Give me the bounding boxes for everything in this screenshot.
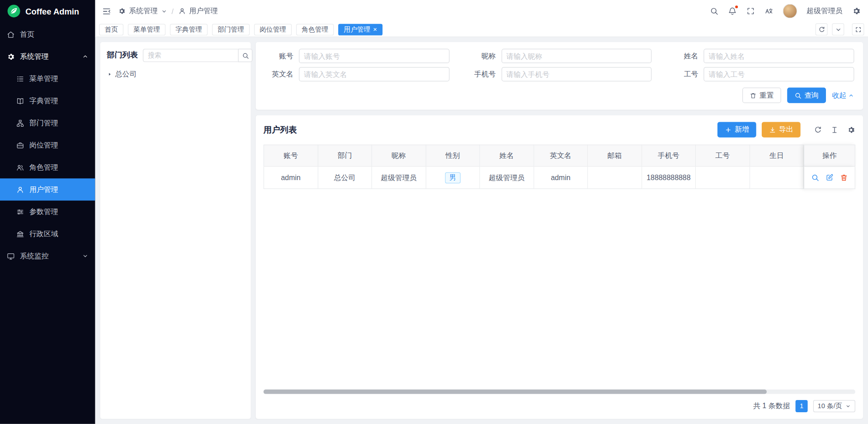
- name-input[interactable]: [704, 49, 854, 63]
- gear-icon[interactable]: [852, 7, 861, 16]
- filter-actions: 重置 查询 收起: [262, 87, 854, 103]
- edit-icon[interactable]: [826, 173, 834, 181]
- app-title: Coffee Admin: [25, 6, 79, 16]
- english-name-input[interactable]: [299, 67, 449, 81]
- department-search-group: [143, 49, 252, 62]
- sidebar-collapse-icon[interactable]: [102, 6, 111, 16]
- sidebar-item-dept-management[interactable]: 部门管理: [0, 112, 95, 134]
- search-icon[interactable]: [238, 49, 253, 62]
- person-icon: [178, 7, 186, 15]
- query-button[interactable]: 查询: [787, 87, 826, 103]
- caret-right-icon[interactable]: [107, 71, 112, 77]
- user-name[interactable]: 超级管理员: [807, 6, 843, 16]
- gender-tag: 男: [445, 172, 460, 183]
- column-header: 生日: [750, 145, 804, 167]
- column-header: 性别: [426, 145, 480, 167]
- page-size-select[interactable]: 10 条/页: [813, 400, 855, 412]
- tab-role-management[interactable]: 角色管理: [296, 24, 334, 35]
- expand-content-icon[interactable]: [852, 23, 864, 35]
- view-icon[interactable]: [811, 173, 819, 181]
- column-header: 账号: [264, 145, 318, 167]
- cell-account: admin: [264, 167, 318, 189]
- phone-input[interactable]: [501, 67, 652, 81]
- sidebar-item-position-management[interactable]: 岗位管理: [0, 134, 95, 156]
- refresh-icon[interactable]: [814, 125, 822, 133]
- bell-icon[interactable]: [728, 7, 737, 16]
- filter-field-account: 账号: [262, 49, 449, 63]
- column-header: 英文名: [534, 145, 588, 167]
- breadcrumb-separator: /: [170, 7, 175, 15]
- department-panel: 部门列表 总公司: [100, 42, 251, 419]
- sidebar-item-system-monitor[interactable]: 系统监控: [0, 245, 95, 267]
- breadcrumb-item-system[interactable]: 系统管理: [129, 6, 158, 16]
- sidebar-item-menu-management[interactable]: 菜单管理: [0, 67, 95, 90]
- filter-field-phone: 手机号: [465, 67, 651, 81]
- gear-icon: [7, 52, 15, 61]
- reset-button[interactable]: 重置: [742, 87, 781, 103]
- filter-field-english-name: 英文名: [262, 67, 449, 81]
- column-header: 邮箱: [588, 145, 642, 167]
- scrollbar-thumb[interactable]: [264, 390, 767, 394]
- user-table: 账号 部门 昵称 性别 姓名 英文名 邮箱 手机号 工号 生日 操作: [264, 145, 855, 413]
- briefcase-icon: [16, 141, 24, 149]
- tab-bar: 首页 菜单管理 字典管理 部门管理 岗位管理 角色管理 用户管理 ×: [95, 22, 868, 37]
- sliders-icon: [16, 208, 24, 216]
- tab-user-management[interactable]: 用户管理 ×: [338, 24, 382, 35]
- filter-field-nickname: 昵称: [465, 49, 651, 63]
- sidebar-item-label: 首页: [20, 29, 34, 39]
- search-icon[interactable]: [710, 7, 719, 16]
- export-button-label: 导出: [779, 125, 793, 135]
- work-no-input[interactable]: [704, 67, 854, 81]
- close-icon[interactable]: ×: [373, 26, 377, 33]
- pagination: 共 1 条数据 1 10 条/页: [264, 400, 855, 412]
- book-icon: [16, 97, 24, 105]
- chevron-down-icon[interactable]: [832, 23, 844, 35]
- sidebar-item-role-management[interactable]: 角色管理: [0, 156, 95, 178]
- sidebar-item-dict-management[interactable]: 字典管理: [0, 90, 95, 112]
- user-list-title: 用户列表: [264, 124, 297, 135]
- sidebar-item-param-management[interactable]: 参数管理: [0, 200, 95, 223]
- account-input[interactable]: [299, 49, 449, 63]
- filter-panel: 账号 昵称 姓名 英文名: [256, 42, 863, 110]
- app-logo: Coffee Admin: [0, 0, 95, 22]
- horizontal-scrollbar[interactable]: [264, 390, 855, 394]
- fullscreen-icon[interactable]: [746, 7, 755, 16]
- nickname-input[interactable]: [501, 49, 652, 63]
- collapse-filter-link[interactable]: 收起: [832, 91, 854, 100]
- field-label: 姓名: [667, 51, 698, 61]
- tab-menu-management[interactable]: 菜单管理: [128, 24, 165, 35]
- add-button[interactable]: 新增: [717, 122, 756, 137]
- export-button[interactable]: 导出: [762, 122, 801, 137]
- coffee-leaf-icon: [7, 4, 21, 19]
- delete-icon[interactable]: [840, 173, 848, 181]
- tree-node-head-office[interactable]: 总公司: [107, 69, 244, 79]
- tab-position-management[interactable]: 岗位管理: [254, 24, 292, 35]
- tab-home[interactable]: 首页: [99, 24, 123, 35]
- sidebar-item-region[interactable]: 行政区域: [0, 223, 95, 245]
- cell-actions: [804, 167, 855, 189]
- row-height-icon[interactable]: [830, 125, 839, 133]
- notification-dot: [735, 5, 739, 9]
- breadcrumb-item-user: 用户管理: [189, 6, 218, 16]
- user-avatar[interactable]: [783, 4, 797, 19]
- column-header: 昵称: [372, 145, 426, 167]
- department-search-input[interactable]: [143, 49, 238, 62]
- translate-icon[interactable]: [764, 7, 774, 16]
- tab-dict-management[interactable]: 字典管理: [170, 24, 208, 35]
- field-label: 昵称: [465, 51, 496, 61]
- sidebar-item-system-management[interactable]: 系统管理: [0, 45, 95, 67]
- chevron-down-icon: [845, 404, 851, 409]
- sidebar-item-user-management[interactable]: 用户管理: [0, 178, 95, 200]
- sidebar-item-home[interactable]: 首页: [0, 23, 95, 45]
- cell-email: [588, 167, 642, 189]
- query-button-label: 查询: [804, 91, 819, 100]
- tab-dept-management[interactable]: 部门管理: [212, 24, 250, 35]
- total-count-text: 共 1 条数据: [753, 401, 790, 411]
- main-area: 系统管理 / 用户管理 超级管理员 首页 菜单: [95, 0, 868, 424]
- refresh-icon[interactable]: [816, 23, 828, 35]
- app-window: Coffee Admin 首页 系统管理 菜单管理 字典管理: [0, 0, 868, 424]
- page-button-1[interactable]: 1: [796, 400, 808, 412]
- cell-nickname: 超级管理员: [372, 167, 426, 189]
- field-label: 账号: [262, 51, 293, 61]
- column-settings-gear-icon[interactable]: [847, 125, 855, 133]
